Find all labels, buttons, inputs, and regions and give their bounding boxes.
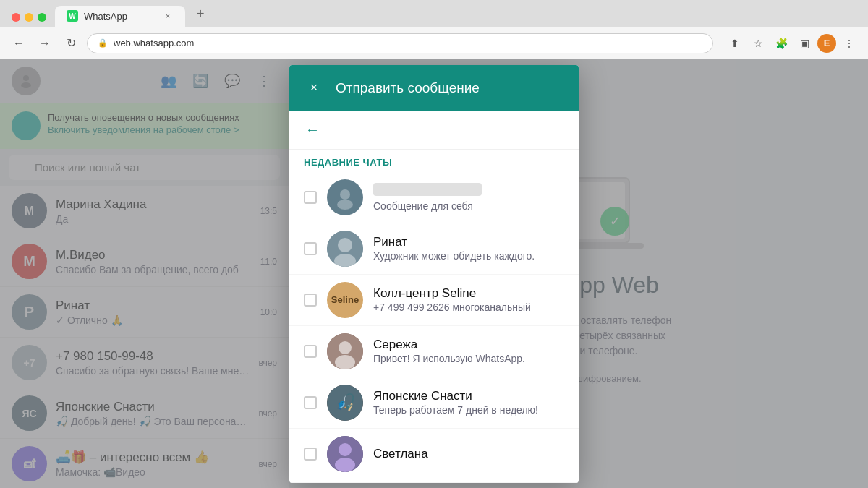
modal-back-button[interactable]: ←	[301, 119, 324, 142]
contact-status: +7 499 499 2626 многоканальный	[373, 301, 564, 313]
maximize-window-button[interactable]	[38, 13, 46, 22]
contact-name: Светлана	[373, 447, 564, 461]
contact-checkbox[interactable]	[304, 396, 317, 409]
contact-checkbox[interactable]	[304, 191, 317, 204]
url-text: web.whatsapp.com	[114, 38, 194, 48]
contact-name: Сережа	[373, 338, 564, 352]
modal-contact-item[interactable]: Светлана	[289, 429, 579, 483]
contact-info: Японские Снасти Теперь работаем 7 дней в…	[373, 389, 564, 416]
contact-info: Ринат Художник может обидеть каждого.	[373, 235, 564, 262]
contact-name: Ринат	[373, 235, 564, 249]
whatsapp-container: 👥 🔄 💬 ⋮ Получать оповещения о новых сооб…	[0, 59, 868, 488]
svg-point-13	[339, 341, 352, 354]
contact-name-blurred	[373, 183, 482, 196]
tab-groups-button[interactable]: ▣	[794, 33, 814, 53]
modal-search-input[interactable]	[330, 119, 567, 142]
contact-avatar: Seline	[327, 282, 363, 318]
svg-point-18	[339, 443, 352, 456]
contact-avatar: 🎣	[327, 385, 363, 421]
contact-avatar-image: 🎣	[327, 385, 363, 421]
tab-title: WhatsApp	[84, 11, 127, 22]
modal-header: × Отправить сообщение	[289, 65, 579, 111]
modal-overlay[interactable]: × Отправить сообщение ← НЕДАВНИЕ ЧАТЫ	[0, 59, 868, 488]
svg-text:🎣: 🎣	[336, 393, 356, 412]
contact-info: Сообщение для себя	[373, 183, 564, 212]
send-message-modal: × Отправить сообщение ← НЕДАВНИЕ ЧАТЫ	[289, 65, 579, 483]
contact-avatar-image	[327, 231, 363, 267]
modal-contact-item[interactable]: Сережа Привет! Я использую WhatsApp.	[289, 326, 579, 377]
minimize-window-button[interactable]	[25, 13, 33, 22]
share-button[interactable]: ⬆	[725, 33, 745, 53]
new-tab-button[interactable]: +	[188, 2, 213, 27]
contact-status: Художник может обидеть каждого.	[373, 250, 564, 262]
modal-section-label: НЕДАВНИЕ ЧАТЫ	[289, 150, 579, 172]
profile-button[interactable]: E	[817, 34, 836, 53]
contact-checkbox[interactable]	[304, 242, 317, 255]
modal-title: Отправить сообщение	[336, 80, 480, 96]
contact-info: Светлана	[373, 447, 564, 461]
contact-avatar-image	[327, 333, 363, 369]
contact-avatar-image	[327, 436, 363, 472]
svg-point-14	[335, 355, 355, 369]
svg-point-8	[337, 200, 353, 210]
svg-point-7	[340, 189, 350, 200]
contact-avatar	[327, 179, 363, 215]
modal-close-button[interactable]: ×	[304, 78, 324, 98]
modal-contact-item[interactable]: Seline Колл-центр Seline +7 499 499 2626…	[289, 275, 579, 326]
contact-avatar	[327, 231, 363, 267]
tab-favicon-icon: W	[67, 10, 78, 22]
contact-avatar	[327, 333, 363, 369]
modal-contact-item[interactable]: 🎣 Японские Снасти Теперь работаем 7 дней…	[289, 377, 579, 429]
extensions-button[interactable]: 🧩	[771, 33, 791, 53]
modal-contact-item[interactable]: Сообщение для себя	[289, 172, 579, 223]
browser-actions: ⬆ ☆ 🧩 ▣ E ⋮	[725, 33, 859, 53]
address-bar[interactable]: 🔒 web.whatsapp.com	[87, 33, 713, 53]
bookmark-button[interactable]: ☆	[748, 33, 768, 53]
tab-close-button[interactable]: ×	[162, 10, 174, 22]
back-button[interactable]: ←	[9, 33, 29, 53]
lock-icon: 🔒	[98, 38, 108, 48]
forward-button[interactable]: →	[35, 33, 55, 53]
contact-name: Колл-центр Seline	[373, 286, 564, 301]
contact-info: Колл-центр Seline +7 499 499 2626 многок…	[373, 286, 564, 313]
modal-search-row: ←	[289, 111, 579, 150]
contact-name: Японские Снасти	[373, 389, 564, 403]
active-tab[interactable]: W WhatsApp ×	[55, 6, 185, 27]
close-window-button[interactable]	[12, 13, 20, 22]
traffic-lights	[6, 13, 52, 27]
contact-info: Сережа Привет! Я использую WhatsApp.	[373, 338, 564, 364]
modal-contact-list: Сообщение для себя	[289, 172, 579, 483]
refresh-button[interactable]: ↻	[61, 33, 81, 53]
contact-avatar	[327, 436, 363, 472]
svg-point-19	[335, 458, 355, 472]
contact-status: Теперь работаем 7 дней в неделю!	[373, 404, 564, 416]
menu-button[interactable]: ⋮	[839, 33, 859, 53]
contact-status: Сообщение для себя	[373, 200, 564, 212]
address-bar-row: ← → ↻ 🔒 web.whatsapp.com ⬆ ☆ 🧩 ▣ E ⋮	[0, 27, 868, 59]
contact-status: Привет! Я использую WhatsApp.	[373, 353, 564, 364]
svg-point-10	[338, 238, 352, 252]
tab-bar: W WhatsApp × +	[0, 0, 868, 27]
contact-checkbox[interactable]	[304, 345, 317, 358]
browser-frame: W WhatsApp × + ← → ↻ 🔒 web.whatsapp.com …	[0, 0, 868, 488]
contact-checkbox[interactable]	[304, 294, 317, 307]
contact-checkbox[interactable]	[304, 448, 317, 461]
modal-contact-item[interactable]: Ринат Художник может обидеть каждого.	[289, 223, 579, 275]
